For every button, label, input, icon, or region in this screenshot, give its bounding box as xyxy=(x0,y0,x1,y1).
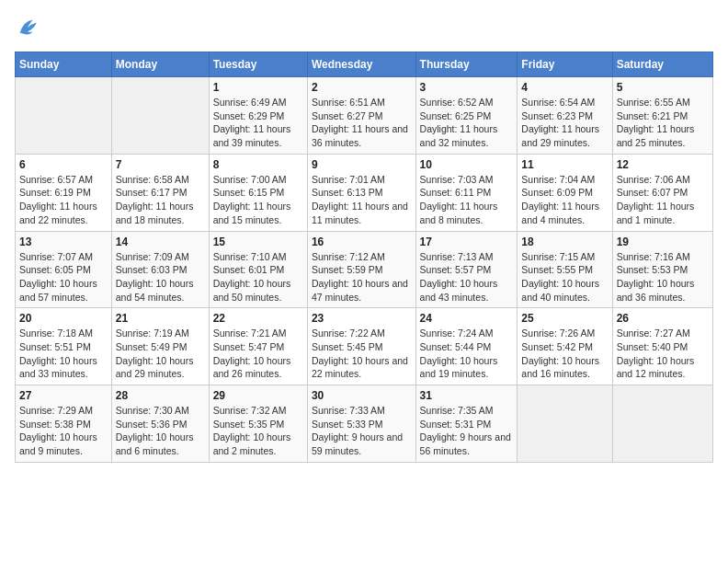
day-info: Sunrise: 6:51 AMSunset: 6:27 PMDaylight:… xyxy=(312,96,412,150)
calendar-cell: 27Sunrise: 7:29 AMSunset: 5:38 PMDayligh… xyxy=(16,385,112,463)
calendar-cell: 17Sunrise: 7:13 AMSunset: 5:57 PMDayligh… xyxy=(415,231,518,308)
day-number: 18 xyxy=(521,236,608,248)
day-info: Sunrise: 7:24 AMSunset: 5:44 PMDaylight:… xyxy=(420,327,514,381)
day-number: 7 xyxy=(116,158,205,171)
calendar-cell: 3Sunrise: 6:52 AMSunset: 6:25 PMDaylight… xyxy=(415,77,518,155)
day-number: 8 xyxy=(213,158,303,171)
day-info: Sunrise: 7:35 AMSunset: 5:31 PMDaylight:… xyxy=(420,404,514,458)
day-info: Sunrise: 7:07 AMSunset: 6:05 PMDaylight:… xyxy=(19,250,108,304)
day-info: Sunrise: 7:12 AMSunset: 5:59 PMDaylight:… xyxy=(312,250,412,304)
calendar-cell xyxy=(16,77,112,155)
day-number: 20 xyxy=(19,312,108,325)
day-number: 30 xyxy=(312,389,412,402)
calendar-cell: 1Sunrise: 6:49 AMSunset: 6:29 PMDaylight… xyxy=(209,77,307,155)
day-info: Sunrise: 6:57 AMSunset: 6:19 PMDaylight:… xyxy=(19,173,108,227)
calendar-cell: 29Sunrise: 7:32 AMSunset: 5:35 PMDayligh… xyxy=(209,385,307,463)
weekday-header-sunday: Sunday xyxy=(16,52,112,77)
page-header xyxy=(15,15,713,40)
logo-bird-icon xyxy=(15,15,40,40)
day-info: Sunrise: 7:16 AMSunset: 5:53 PMDaylight:… xyxy=(617,250,709,304)
calendar-cell: 4Sunrise: 6:54 AMSunset: 6:23 PMDaylight… xyxy=(518,77,612,155)
day-number: 9 xyxy=(312,158,412,171)
day-info: Sunrise: 6:54 AMSunset: 6:23 PMDaylight:… xyxy=(521,96,608,150)
week-row-4: 20Sunrise: 7:18 AMSunset: 5:51 PMDayligh… xyxy=(16,308,713,385)
weekday-header-tuesday: Tuesday xyxy=(209,52,307,77)
day-info: Sunrise: 7:03 AMSunset: 6:11 PMDaylight:… xyxy=(420,173,514,227)
day-info: Sunrise: 7:29 AMSunset: 5:38 PMDaylight:… xyxy=(19,404,108,458)
day-info: Sunrise: 7:21 AMSunset: 5:47 PMDaylight:… xyxy=(213,327,303,381)
calendar-cell: 25Sunrise: 7:26 AMSunset: 5:42 PMDayligh… xyxy=(518,308,612,385)
calendar-cell: 20Sunrise: 7:18 AMSunset: 5:51 PMDayligh… xyxy=(16,308,112,385)
calendar-cell: 16Sunrise: 7:12 AMSunset: 5:59 PMDayligh… xyxy=(307,231,415,308)
calendar-cell: 14Sunrise: 7:09 AMSunset: 6:03 PMDayligh… xyxy=(111,231,209,308)
calendar-cell xyxy=(518,385,612,463)
calendar-cell: 9Sunrise: 7:01 AMSunset: 6:13 PMDaylight… xyxy=(307,154,415,231)
day-number: 6 xyxy=(19,158,108,171)
week-row-5: 27Sunrise: 7:29 AMSunset: 5:38 PMDayligh… xyxy=(16,385,713,463)
calendar-cell: 23Sunrise: 7:22 AMSunset: 5:45 PMDayligh… xyxy=(307,308,415,385)
day-info: Sunrise: 6:49 AMSunset: 6:29 PMDaylight:… xyxy=(213,96,303,150)
day-info: Sunrise: 7:22 AMSunset: 5:45 PMDaylight:… xyxy=(312,327,412,381)
day-info: Sunrise: 7:26 AMSunset: 5:42 PMDaylight:… xyxy=(521,327,608,381)
weekday-header-row: SundayMondayTuesdayWednesdayThursdayFrid… xyxy=(16,52,713,77)
day-info: Sunrise: 7:13 AMSunset: 5:57 PMDaylight:… xyxy=(420,250,514,304)
day-info: Sunrise: 6:58 AMSunset: 6:17 PMDaylight:… xyxy=(116,173,205,227)
calendar-cell: 11Sunrise: 7:04 AMSunset: 6:09 PMDayligh… xyxy=(518,154,612,231)
day-number: 17 xyxy=(420,236,514,248)
day-number: 23 xyxy=(312,312,412,325)
day-number: 10 xyxy=(420,158,514,171)
day-number: 28 xyxy=(116,389,205,402)
logo xyxy=(15,15,44,40)
calendar-cell: 15Sunrise: 7:10 AMSunset: 6:01 PMDayligh… xyxy=(209,231,307,308)
day-number: 13 xyxy=(19,236,108,248)
week-row-3: 13Sunrise: 7:07 AMSunset: 6:05 PMDayligh… xyxy=(16,231,713,308)
day-info: Sunrise: 7:19 AMSunset: 5:49 PMDaylight:… xyxy=(116,327,205,381)
day-info: Sunrise: 7:10 AMSunset: 6:01 PMDaylight:… xyxy=(213,250,303,304)
day-number: 27 xyxy=(19,389,108,402)
weekday-header-saturday: Saturday xyxy=(612,52,712,77)
calendar-cell: 21Sunrise: 7:19 AMSunset: 5:49 PMDayligh… xyxy=(111,308,209,385)
day-number: 29 xyxy=(213,389,303,402)
calendar-cell: 13Sunrise: 7:07 AMSunset: 6:05 PMDayligh… xyxy=(16,231,112,308)
day-number: 19 xyxy=(617,236,709,248)
day-number: 11 xyxy=(521,158,608,171)
day-info: Sunrise: 7:09 AMSunset: 6:03 PMDaylight:… xyxy=(116,250,205,304)
day-info: Sunrise: 6:52 AMSunset: 6:25 PMDaylight:… xyxy=(420,96,514,150)
calendar-cell: 31Sunrise: 7:35 AMSunset: 5:31 PMDayligh… xyxy=(415,385,518,463)
calendar-cell: 30Sunrise: 7:33 AMSunset: 5:33 PMDayligh… xyxy=(307,385,415,463)
calendar-cell: 5Sunrise: 6:55 AMSunset: 6:21 PMDaylight… xyxy=(612,77,712,155)
weekday-header-monday: Monday xyxy=(111,52,209,77)
day-info: Sunrise: 7:01 AMSunset: 6:13 PMDaylight:… xyxy=(312,173,412,227)
day-info: Sunrise: 7:15 AMSunset: 5:55 PMDaylight:… xyxy=(521,250,608,304)
day-number: 12 xyxy=(617,158,709,171)
day-number: 4 xyxy=(521,81,608,94)
calendar-cell: 12Sunrise: 7:06 AMSunset: 6:07 PMDayligh… xyxy=(612,154,712,231)
day-info: Sunrise: 7:30 AMSunset: 5:36 PMDaylight:… xyxy=(116,404,205,458)
calendar-cell: 10Sunrise: 7:03 AMSunset: 6:11 PMDayligh… xyxy=(415,154,518,231)
calendar-cell: 18Sunrise: 7:15 AMSunset: 5:55 PMDayligh… xyxy=(518,231,612,308)
day-number: 22 xyxy=(213,312,303,325)
weekday-header-wednesday: Wednesday xyxy=(307,52,415,77)
day-number: 2 xyxy=(312,81,412,94)
day-info: Sunrise: 7:06 AMSunset: 6:07 PMDaylight:… xyxy=(617,173,709,227)
day-number: 31 xyxy=(420,389,514,402)
calendar-cell: 2Sunrise: 6:51 AMSunset: 6:27 PMDaylight… xyxy=(307,77,415,155)
day-info: Sunrise: 7:33 AMSunset: 5:33 PMDaylight:… xyxy=(312,404,412,458)
day-number: 15 xyxy=(213,236,303,248)
week-row-2: 6Sunrise: 6:57 AMSunset: 6:19 PMDaylight… xyxy=(16,154,713,231)
day-number: 24 xyxy=(420,312,514,325)
day-number: 3 xyxy=(420,81,514,94)
day-number: 1 xyxy=(213,81,303,94)
week-row-1: 1Sunrise: 6:49 AMSunset: 6:29 PMDaylight… xyxy=(16,77,713,155)
calendar-cell xyxy=(612,385,712,463)
day-number: 26 xyxy=(617,312,709,325)
day-info: Sunrise: 7:32 AMSunset: 5:35 PMDaylight:… xyxy=(213,404,303,458)
day-number: 5 xyxy=(617,81,709,94)
day-info: Sunrise: 7:04 AMSunset: 6:09 PMDaylight:… xyxy=(521,173,608,227)
day-info: Sunrise: 7:00 AMSunset: 6:15 PMDaylight:… xyxy=(213,173,303,227)
calendar-cell: 26Sunrise: 7:27 AMSunset: 5:40 PMDayligh… xyxy=(612,308,712,385)
weekday-header-friday: Friday xyxy=(518,52,612,77)
calendar-cell: 8Sunrise: 7:00 AMSunset: 6:15 PMDaylight… xyxy=(209,154,307,231)
day-info: Sunrise: 7:18 AMSunset: 5:51 PMDaylight:… xyxy=(19,327,108,381)
calendar-cell xyxy=(111,77,209,155)
